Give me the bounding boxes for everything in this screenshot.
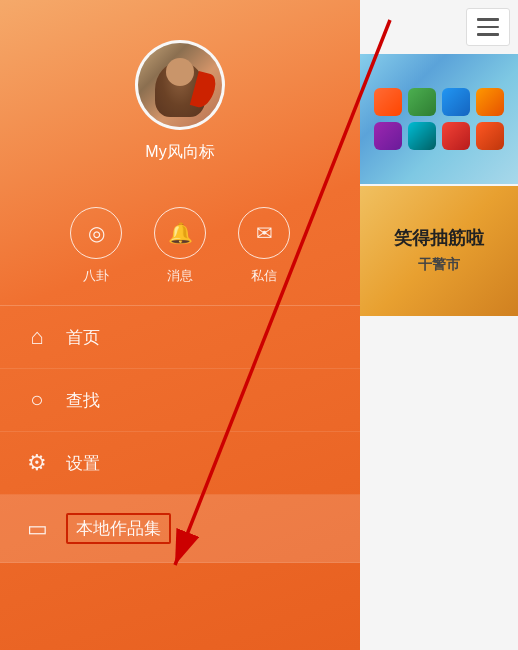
gossip-label: 八卦 — [83, 267, 109, 285]
cape-decoration — [190, 71, 218, 110]
app-icon-2 — [408, 88, 436, 116]
app-icon-7 — [442, 122, 470, 150]
search-icon: ○ — [24, 387, 50, 413]
avatar-image — [138, 43, 222, 127]
quick-action-private[interactable]: ✉ 私信 — [238, 207, 290, 285]
search-label: 查找 — [66, 389, 100, 412]
mail-icon: ✉ — [256, 223, 273, 243]
bell-icon: 🔔 — [168, 223, 193, 243]
app-icon-4 — [476, 88, 504, 116]
gossip-circle: ◎ — [70, 207, 122, 259]
quick-action-gossip[interactable]: ◎ 八卦 — [70, 207, 122, 285]
menu-item-local-works[interactable]: ▭ 本地作品集 — [0, 495, 360, 563]
thumbnail-phone-screen[interactable] — [360, 54, 518, 184]
right-panel: 笑得抽筋啦干警市 — [360, 0, 518, 650]
local-works-label: 本地作品集 — [76, 519, 161, 538]
sidebar: My风向标 ◎ 八卦 🔔 消息 ✉ 私信 — [0, 0, 360, 650]
private-circle: ✉ — [238, 207, 290, 259]
phone-icons-grid — [366, 80, 512, 158]
thumbnail-text-chars: 笑得抽筋啦干警市 — [394, 226, 484, 276]
hamburger-line-1 — [477, 18, 499, 21]
app-icon-5 — [374, 122, 402, 150]
private-label: 私信 — [251, 267, 277, 285]
app-icon-3 — [442, 88, 470, 116]
quick-action-messages[interactable]: 🔔 消息 — [154, 207, 206, 285]
menu-item-home[interactable]: ⌂ 首页 — [0, 306, 360, 369]
local-works-icon: ▭ — [24, 516, 50, 542]
app-icon-6 — [408, 122, 436, 150]
app-icon-8 — [476, 122, 504, 150]
menu-item-search[interactable]: ○ 查找 — [0, 369, 360, 432]
settings-icon: ⚙ — [24, 450, 50, 476]
settings-label: 设置 — [66, 452, 100, 475]
gossip-icon: ◎ — [88, 223, 105, 243]
quick-actions-bar: ◎ 八卦 🔔 消息 ✉ 私信 — [0, 187, 360, 306]
hamburger-line-3 — [477, 33, 499, 36]
messages-circle: 🔔 — [154, 207, 206, 259]
thumbnail-text-overlay: 笑得抽筋啦干警市 — [360, 186, 518, 316]
hamburger-button[interactable] — [466, 8, 510, 46]
content-area: 笑得抽筋啦干警市 — [360, 54, 518, 316]
local-works-box: 本地作品集 — [66, 513, 171, 544]
profile-section: My风向标 — [0, 40, 360, 187]
home-icon: ⌂ — [24, 324, 50, 350]
username-label: My风向标 — [145, 142, 214, 163]
avatar[interactable] — [135, 40, 225, 130]
home-label: 首页 — [66, 326, 100, 349]
menu-item-settings[interactable]: ⚙ 设置 — [0, 432, 360, 495]
thumbnail-text-content[interactable]: 笑得抽筋啦干警市 — [360, 186, 518, 316]
hamburger-line-2 — [477, 26, 499, 29]
app-icon-1 — [374, 88, 402, 116]
main-layout: My风向标 ◎ 八卦 🔔 消息 ✉ 私信 — [0, 0, 518, 650]
messages-label: 消息 — [167, 267, 193, 285]
menu-items-list: ⌂ 首页 ○ 查找 ⚙ 设置 ▭ 本地作品集 — [0, 306, 360, 650]
